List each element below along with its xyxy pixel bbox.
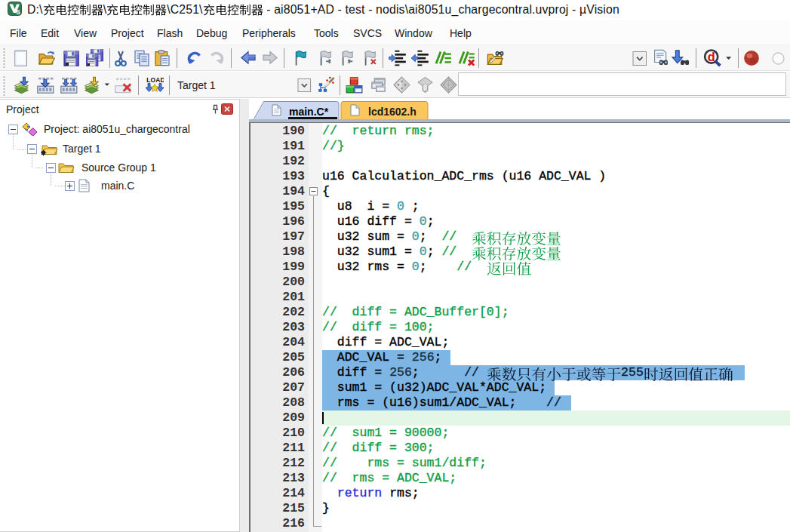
svg-text:LOAD: LOAD (146, 76, 164, 84)
svg-text:d: d (708, 50, 715, 63)
svg-text:5: 5 (16, 8, 20, 16)
